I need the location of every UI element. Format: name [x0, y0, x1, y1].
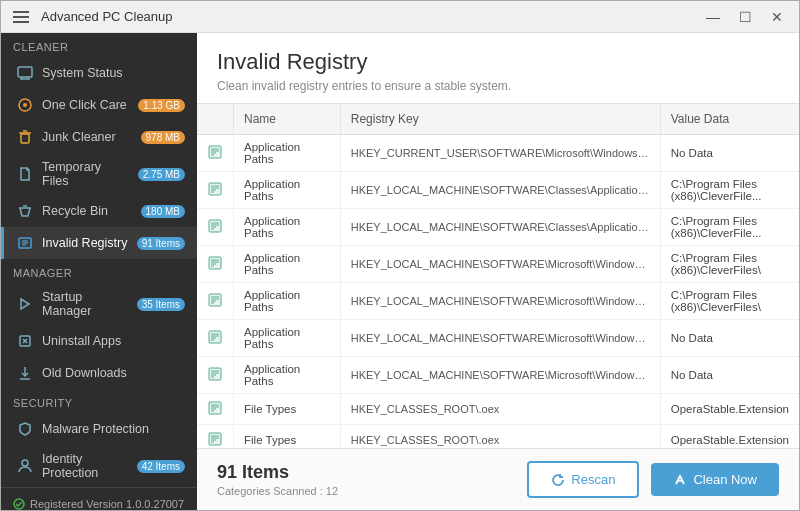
sidebar-footer: Registered Version 1.0.0.27007 Check for…: [1, 487, 197, 510]
sidebar-item-identity-protection[interactable]: Identity Protection 42 Items: [1, 445, 197, 487]
main-window: Advanced PC Cleanup — ☐ ✕ Cleaner: [0, 0, 800, 511]
row-value: OperaStable.Extension: [660, 394, 799, 425]
svg-point-20: [22, 460, 28, 466]
items-count: 91 Items: [217, 462, 338, 483]
row-value: No Data: [660, 320, 799, 357]
row-key: HKEY_LOCAL_MACHINE\SOFTWARE\Microsoft\Wi…: [340, 283, 660, 320]
table-row: Application PathsHKEY_LOCAL_MACHINE\SOFT…: [197, 283, 799, 320]
row-name: Application Paths: [234, 283, 341, 320]
registry-row-icon: [207, 218, 223, 234]
download-icon: [16, 364, 34, 382]
sidebar-badge-identity-protection: 42 Items: [137, 460, 185, 473]
sidebar-badge-recycle-bin: 180 MB: [141, 205, 185, 218]
page-subtitle: Clean invalid registry entries to ensure…: [217, 79, 779, 93]
sidebar-label-junk-cleaner: Junk Cleaner: [42, 130, 133, 144]
row-value: C:\Program Files (x86)\CleverFile...: [660, 209, 799, 246]
registry-row-icon: [207, 329, 223, 345]
window-controls: — ☐ ✕: [699, 7, 791, 27]
recycle-icon: [16, 202, 34, 220]
rescan-label: Rescan: [571, 472, 615, 487]
svg-rect-62: [209, 433, 221, 445]
registry-row-icon: [207, 255, 223, 271]
row-icon-cell: [197, 357, 234, 394]
table-row: Application PathsHKEY_LOCAL_MACHINE\SOFT…: [197, 246, 799, 283]
sidebar-label-invalid-registry: Invalid Registry: [42, 236, 129, 250]
row-value: C:\Program Files (x86)\CleverFile...: [660, 172, 799, 209]
row-icon-cell: [197, 283, 234, 320]
table-row: Application PathsHKEY_LOCAL_MACHINE\SOFT…: [197, 357, 799, 394]
content-area: Invalid Registry Clean invalid registry …: [197, 33, 799, 510]
sidebar-item-uninstall-apps[interactable]: Uninstall Apps: [1, 325, 197, 357]
sidebar-item-system-status[interactable]: System Status: [1, 57, 197, 89]
minimize-button[interactable]: —: [699, 7, 727, 27]
registry-row-icon: [207, 400, 223, 416]
row-name: Application Paths: [234, 320, 341, 357]
identity-icon: [16, 457, 34, 475]
sidebar-item-one-click-care[interactable]: One Click Care 1.13 GB: [1, 89, 197, 121]
page-title: Invalid Registry: [217, 49, 779, 75]
sidebar-item-junk-cleaner[interactable]: Junk Cleaner 978 MB: [1, 121, 197, 153]
sidebar-label-identity-protection: Identity Protection: [42, 452, 129, 480]
clean-label: Clean Now: [693, 472, 757, 487]
svg-rect-57: [209, 402, 221, 414]
sidebar-label-temporary-files: Temporary Files: [42, 160, 130, 188]
sidebar-badge-one-click-care: 1.13 GB: [138, 99, 185, 112]
hamburger-menu[interactable]: [9, 7, 33, 27]
registry-table-body: Application PathsHKEY_CURRENT_USER\SOFTW…: [197, 135, 799, 449]
security-section-label: Security: [1, 389, 197, 413]
sidebar-label-uninstall-apps: Uninstall Apps: [42, 334, 185, 348]
sidebar-item-temporary-files[interactable]: Temporary Files 2.75 MB: [1, 153, 197, 195]
svg-rect-6: [21, 134, 29, 143]
maximize-button[interactable]: ☐: [731, 7, 759, 27]
sidebar-item-malware-protection[interactable]: Malware Protection: [1, 413, 197, 445]
rescan-button[interactable]: Rescan: [527, 461, 639, 498]
sidebar: Cleaner System Status: [1, 33, 197, 510]
window-title: Advanced PC Cleanup: [41, 9, 173, 24]
registry-row-icon: [207, 292, 223, 308]
row-key: HKEY_CURRENT_USER\SOFTWARE\Microsoft\Win…: [340, 135, 660, 172]
footer-actions: Rescan Clean Now: [527, 461, 779, 498]
svg-rect-52: [209, 368, 221, 380]
row-name: Application Paths: [234, 172, 341, 209]
sidebar-label-malware-protection: Malware Protection: [42, 422, 185, 436]
row-name: Application Paths: [234, 209, 341, 246]
svg-rect-32: [209, 220, 221, 232]
svg-rect-22: [209, 146, 221, 158]
file-icon: [16, 165, 34, 183]
svg-rect-37: [209, 257, 221, 269]
close-button[interactable]: ✕: [763, 7, 791, 27]
registry-row-icon: [207, 181, 223, 197]
svg-marker-14: [21, 299, 29, 309]
row-value: No Data: [660, 135, 799, 172]
sidebar-item-recycle-bin[interactable]: Recycle Bin 180 MB: [1, 195, 197, 227]
table-row: File TypesHKEY_CLASSES_ROOT\.oexOperaSta…: [197, 425, 799, 449]
row-key: HKEY_LOCAL_MACHINE\SOFTWARE\Microsoft\Wi…: [340, 320, 660, 357]
rescan-icon: [551, 473, 565, 487]
sidebar-item-old-downloads[interactable]: Old Downloads: [1, 357, 197, 389]
cleaner-section-label: Cleaner: [1, 33, 197, 57]
col-header-name: Name: [234, 104, 341, 135]
row-key: HKEY_LOCAL_MACHINE\SOFTWARE\Microsoft\Wi…: [340, 246, 660, 283]
main-content: Cleaner System Status: [1, 33, 799, 510]
row-icon-cell: [197, 425, 234, 449]
sidebar-label-old-downloads: Old Downloads: [42, 366, 185, 380]
svg-rect-27: [209, 183, 221, 195]
shield-icon: [16, 420, 34, 438]
sidebar-item-invalid-registry[interactable]: Invalid Registry 91 Items: [1, 227, 197, 259]
row-key: HKEY_CLASSES_ROOT\.oex: [340, 394, 660, 425]
version-info: Registered Version 1.0.0.27007: [13, 498, 185, 510]
table-row: Application PathsHKEY_CURRENT_USER\SOFTW…: [197, 135, 799, 172]
titlebar-left: Advanced PC Cleanup: [9, 7, 173, 27]
table-header-row: Name Registry Key Value Data: [197, 104, 799, 135]
startup-icon: [16, 295, 34, 313]
version-text: Registered Version 1.0.0.27007: [30, 498, 184, 510]
manager-section-label: Manager: [1, 259, 197, 283]
table-row: File TypesHKEY_CLASSES_ROOT\.oexOperaSta…: [197, 394, 799, 425]
sidebar-item-startup-manager[interactable]: Startup Manager 35 Items: [1, 283, 197, 325]
sidebar-badge-junk-cleaner: 978 MB: [141, 131, 185, 144]
row-icon-cell: [197, 209, 234, 246]
row-value: C:\Program Files (x86)\CleverFiles\: [660, 283, 799, 320]
clean-now-button[interactable]: Clean Now: [651, 463, 779, 496]
registry-row-icon: [207, 431, 223, 447]
monitor-icon: [16, 64, 34, 82]
